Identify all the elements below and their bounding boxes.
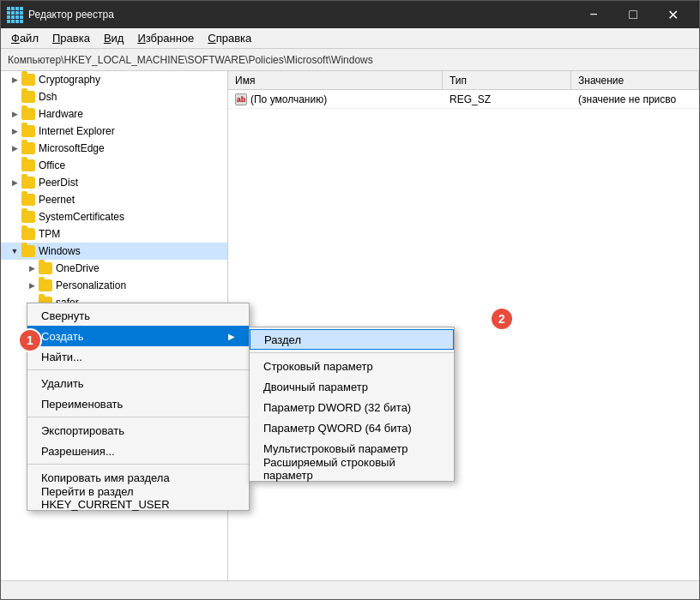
tree-item-hardware[interactable]: ▶ Hardware <box>1 105 227 123</box>
col-header-type[interactable]: Тип <box>443 71 571 89</box>
submenu-item-qword[interactable]: Параметр QWORD (64 бита) <box>250 417 454 438</box>
registry-value-icon: ab <box>235 93 247 105</box>
statusbar <box>1 580 699 599</box>
tree-item-edge[interactable]: ▶ MicrosoftEdge <box>1 140 227 157</box>
tree-item-cryptography[interactable]: ▶ Cryptography <box>1 71 227 88</box>
ctx-separator-1 <box>27 369 249 370</box>
tree-label-peernet: Peernet <box>39 194 75 206</box>
arrow-onedrive: ▶ <box>25 261 39 275</box>
ctx-label-find: Найти... <box>41 351 82 363</box>
context-menu: Свернуть Создать ▶ Найти... Удалить Пере… <box>27 303 250 511</box>
arrow-dsh <box>8 90 21 104</box>
submenu-item-expandstring[interactable]: Расширяемый строковый параметр <box>250 459 454 479</box>
menubar: Файл Правка Вид Избранное Справка <box>1 28 699 49</box>
arrow-hardware: ▶ <box>8 107 21 121</box>
tree-item-office[interactable]: Office <box>1 157 227 174</box>
tree-item-onedrive[interactable]: ▶ OneDrive <box>1 260 227 277</box>
right-panel: Имя Тип Значение ab (По умолчанию) REG_S… <box>228 71 699 580</box>
arrow-cryptography: ▶ <box>8 73 21 87</box>
registry-row-default[interactable]: ab (По умолчанию) REG_SZ (значение не пр… <box>228 90 699 109</box>
address-path: Компьютер\HKEY_LOCAL_MACHINE\SOFTWARE\Po… <box>8 54 373 66</box>
tree-label-tpm: TPM <box>39 228 60 240</box>
folder-icon-office <box>21 159 35 171</box>
tree-item-ie[interactable]: ▶ Internet Explorer <box>1 123 227 140</box>
registry-cell-type: REG_SZ <box>443 93 571 105</box>
minimize-button[interactable]: − <box>574 1 613 28</box>
folder-icon-windows <box>21 245 35 257</box>
submenu-item-dword[interactable]: Параметр DWORD (32 бита) <box>250 397 454 417</box>
submenu-label-dword: Параметр DWORD (32 бита) <box>263 401 411 414</box>
registry-header: Имя Тип Значение <box>228 71 699 90</box>
submenu-separator-1 <box>250 352 454 353</box>
ctx-label-goto-hkcu: Перейти в раздел HKEY_CURRENT_USER <box>41 485 235 511</box>
tree-label-ie: Internet Explorer <box>39 125 115 137</box>
submenu-item-section[interactable]: Раздел <box>250 329 454 350</box>
col-header-name[interactable]: Имя <box>228 71 443 89</box>
ctx-item-export[interactable]: Экспортировать <box>27 420 249 441</box>
tree-label-peerdist: PeerDist <box>39 177 78 189</box>
tree-label-cryptography: Cryptography <box>39 74 100 86</box>
tree-label-personalization: Personalization <box>56 279 126 291</box>
ctx-item-find[interactable]: Найти... <box>27 346 249 367</box>
ctx-item-delete[interactable]: Удалить <box>27 373 249 393</box>
menu-file[interactable]: Файл <box>4 30 45 46</box>
tree-item-tpm[interactable]: TPM <box>1 225 227 243</box>
registry-cell-name: ab (По умолчанию) <box>228 93 443 105</box>
maximize-button[interactable]: □ <box>613 1 653 28</box>
ctx-item-permissions[interactable]: Разрешения... <box>27 441 249 461</box>
badge-2: 2 <box>490 307 514 331</box>
arrow-windows: ▼ <box>8 244 21 258</box>
tree-item-dsh[interactable]: Dsh <box>1 88 227 105</box>
folder-icon-peernet <box>21 194 35 206</box>
tree-item-syscerts[interactable]: SystemCertificates <box>1 208 227 225</box>
arrow-peernet <box>8 193 21 207</box>
ctx-label-delete: Удалить <box>41 377 84 390</box>
menu-help[interactable]: Справка <box>201 30 258 46</box>
ctx-item-rename[interactable]: Переименовать <box>27 393 249 414</box>
submenu-label-binary: Двоичный параметр <box>263 381 368 393</box>
badge-1: 1 <box>18 328 42 352</box>
tree-label-edge: MicrosoftEdge <box>39 142 105 154</box>
submenu-label-section: Раздел <box>264 333 301 346</box>
submenu-label-multistring: Мультистроковый параметр <box>263 442 408 455</box>
ctx-item-collapse[interactable]: Свернуть <box>27 305 249 326</box>
folder-icon-peerdist <box>21 177 35 189</box>
ctx-label-copy-name: Копировать имя раздела <box>41 471 170 484</box>
app-icon <box>8 8 21 21</box>
tree-label-dsh: Dsh <box>39 91 57 103</box>
ctx-item-goto-hkcu[interactable]: Перейти в раздел HKEY_CURRENT_USER <box>27 488 249 508</box>
submenu-label-expandstring: Расширяемый строковый параметр <box>263 456 440 482</box>
folder-icon-syscerts <box>21 211 35 223</box>
window-title: Редактор реестра <box>28 9 574 21</box>
close-button[interactable]: ✕ <box>653 1 692 28</box>
window-controls: − □ ✕ <box>574 1 692 28</box>
menu-favorites[interactable]: Избранное <box>130 30 201 46</box>
ctx-label-rename: Переименовать <box>41 398 123 411</box>
submenu-label-string: Строковый параметр <box>263 360 373 373</box>
ctx-item-create[interactable]: Создать ▶ <box>27 326 249 346</box>
registry-editor-window: Редактор реестра − □ ✕ Файл Правка Вид И… <box>0 0 700 600</box>
tree-item-windows[interactable]: ▼ Windows <box>1 243 227 260</box>
ctx-label-export: Экспортировать <box>41 424 124 437</box>
submenu: Раздел Строковый параметр Двоичный парам… <box>249 327 455 482</box>
arrow-edge: ▶ <box>8 141 21 155</box>
tree-item-peernet[interactable]: Peernet <box>1 191 227 208</box>
tree-item-personalization[interactable]: ▶ Personalization <box>1 277 227 294</box>
arrow-office <box>8 159 21 172</box>
tree-label-syscerts: SystemCertificates <box>39 211 124 223</box>
folder-icon-edge <box>21 142 35 154</box>
arrow-syscerts <box>8 210 21 224</box>
submenu-item-binary[interactable]: Двоичный параметр <box>250 376 454 397</box>
tree-item-peerdist[interactable]: ▶ PeerDist <box>1 174 227 191</box>
ctx-label-create: Создать <box>41 330 83 343</box>
arrow-tpm <box>8 227 21 241</box>
ctx-separator-2 <box>27 417 249 417</box>
arrow-personalization: ▶ <box>25 279 39 292</box>
submenu-item-string[interactable]: Строковый параметр <box>250 356 454 376</box>
menu-view[interactable]: Вид <box>97 30 131 46</box>
ctx-arrow-create: ▶ <box>228 332 235 341</box>
menu-edit[interactable]: Правка <box>45 30 97 46</box>
col-header-value[interactable]: Значение <box>571 71 699 89</box>
ctx-label-collapse: Свернуть <box>41 309 90 322</box>
tree-label-windows: Windows <box>39 245 81 257</box>
